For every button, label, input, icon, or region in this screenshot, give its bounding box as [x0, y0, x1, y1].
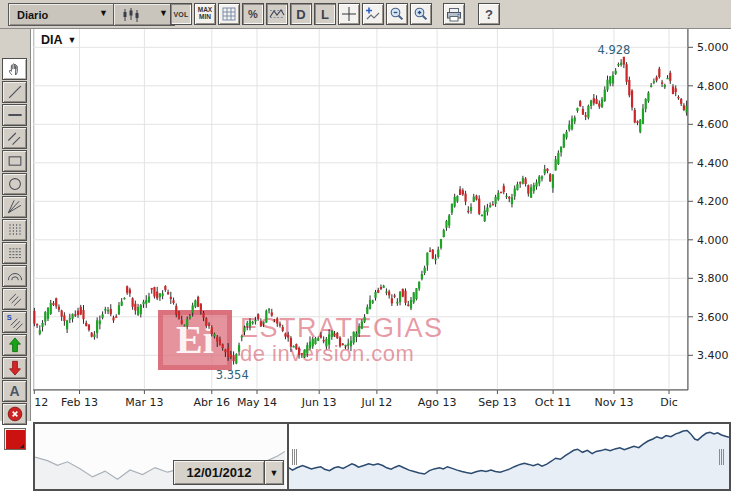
main-chart-panel[interactable]: 5.0004.8004.6004.4004.2004.0003.8003.600… — [30, 28, 731, 422]
vol-label: VOL — [174, 11, 189, 18]
zoom-in-icon — [413, 6, 429, 22]
ellipse-tool[interactable] — [2, 173, 27, 195]
d-label: D — [296, 7, 305, 22]
log-scale-button[interactable]: L — [314, 3, 336, 25]
svg-text:Jul 12: Jul 12 — [361, 396, 393, 408]
svg-text:Nov 13: Nov 13 — [595, 396, 634, 408]
maxmin-toggle-button[interactable]: MAX MIN — [194, 3, 216, 25]
swatch-dropdown-arrow-icon — [20, 444, 24, 448]
l-label: L — [321, 7, 329, 22]
delete-drawing-tool[interactable] — [2, 403, 27, 425]
svg-text:5.000: 5.000 — [697, 41, 729, 54]
arcs-tool[interactable] — [2, 265, 27, 287]
arrow-up-tool[interactable] — [2, 334, 27, 356]
vertical-zones-tool[interactable] — [2, 219, 27, 241]
printer-icon — [446, 7, 462, 22]
period-dropdown-value: Diario — [17, 9, 48, 21]
zoom-out-button[interactable] — [386, 3, 408, 25]
circle-icon — [5, 174, 25, 194]
red-down-arrow-icon — [5, 358, 25, 378]
svg-text:Abr 16: Abr 16 — [194, 396, 231, 408]
start-date-value: 12/01/2012 — [186, 465, 251, 480]
svg-text:3.800: 3.800 — [697, 272, 729, 285]
text-icon: A — [9, 383, 19, 399]
candlestick-icon — [120, 7, 144, 23]
diagonal-hatch-icon — [5, 289, 25, 309]
help-button[interactable]: ? — [478, 3, 500, 25]
s-diagonal-hatch-icon: S — [5, 312, 25, 332]
s-speed-lines-tool[interactable]: S — [2, 311, 27, 333]
navigator-selected-range-panel[interactable] — [287, 422, 731, 491]
charting-application: Diario ▼ ▼ VOL MAX MIN — [0, 0, 731, 494]
svg-text:Ago 13: Ago 13 — [418, 396, 457, 408]
text-tool[interactable]: A — [2, 380, 27, 402]
vertical-dashed-grid-icon — [5, 220, 25, 240]
day-mode-button[interactable]: D — [290, 3, 312, 25]
svg-text:Oct 11: Oct 11 — [535, 396, 572, 408]
horizontal-line-tool[interactable] — [2, 104, 27, 126]
period-dropdown[interactable]: Diario ▼ — [8, 3, 115, 26]
volume-toggle-button[interactable]: VOL — [170, 3, 192, 25]
range-left-drag-handle[interactable] — [290, 443, 299, 470]
compare-series-icon — [365, 6, 381, 22]
trend-line-tool[interactable] — [2, 81, 27, 103]
fan-lines-tool[interactable] — [2, 196, 27, 218]
crosshair-icon — [341, 6, 357, 22]
arcs-icon — [5, 266, 25, 286]
speed-lines-tool[interactable] — [2, 288, 27, 310]
symbol-name: DIA — [41, 33, 63, 47]
grid-toggle-button[interactable] — [218, 3, 240, 25]
color-swatch[interactable] — [4, 428, 26, 450]
navigator-history-panel[interactable]: 12/01/2012 ▼ — [33, 422, 287, 491]
svg-text:Mar 13: Mar 13 — [125, 396, 163, 408]
hand-pan-tool[interactable] — [2, 58, 27, 80]
percent-scale-button[interactable]: % — [242, 3, 264, 25]
svg-text:3.600: 3.600 — [697, 311, 729, 324]
rectangle-tool[interactable] — [2, 150, 27, 172]
zoom-out-icon — [389, 6, 405, 22]
horizontal-line-icon — [5, 105, 25, 125]
crosshair-button[interactable] — [338, 3, 360, 25]
top-toolbar: Diario ▼ ▼ VOL MAX MIN — [0, 0, 731, 29]
chevron-down-icon: ▼ — [270, 468, 279, 478]
min-label: MIN — [199, 14, 211, 21]
arrow-down-tool[interactable] — [2, 357, 27, 379]
chevron-down-icon: ▼ — [159, 8, 168, 18]
rectangle-icon — [5, 151, 25, 171]
start-date-button[interactable]: 12/01/2012 — [173, 460, 265, 485]
svg-text:3.400: 3.400 — [697, 349, 729, 362]
parallel-lines-icon — [5, 128, 25, 148]
fan-lines-icon — [5, 197, 25, 217]
compare-series-button[interactable] — [362, 3, 384, 25]
help-label: ? — [485, 7, 493, 22]
svg-text:Jun 13: Jun 13 — [301, 396, 337, 408]
start-date-dropdown-button[interactable]: ▼ — [264, 460, 284, 485]
print-button[interactable] — [443, 3, 465, 25]
retracement-levels-tool[interactable] — [2, 242, 27, 264]
minmax-band-button[interactable] — [266, 3, 288, 25]
svg-text:4.000: 4.000 — [697, 234, 729, 247]
delete-cross-icon — [5, 404, 25, 424]
hand-icon — [5, 59, 25, 79]
svg-text:4.200: 4.200 — [697, 195, 729, 208]
symbol-selector[interactable]: DIA ▼ — [41, 33, 76, 47]
minmax-band-icon — [269, 7, 285, 21]
green-up-arrow-icon — [5, 335, 25, 355]
range-right-drag-handle[interactable] — [717, 443, 726, 470]
parallel-lines-tool[interactable] — [2, 127, 27, 149]
svg-text:Feb 13: Feb 13 — [61, 396, 98, 408]
percent-label: % — [248, 8, 258, 20]
chart-type-dropdown[interactable]: ▼ — [113, 3, 175, 26]
grid-icon — [222, 7, 236, 21]
chevron-down-icon: ▼ — [99, 8, 108, 18]
svg-text:Sep 13: Sep 13 — [478, 396, 516, 408]
svg-text:12: 12 — [34, 396, 48, 408]
svg-text:Dic: Dic — [660, 396, 678, 408]
svg-text:4.400: 4.400 — [697, 157, 729, 170]
s-tool-letter: S — [6, 313, 11, 322]
zoom-in-button[interactable] — [410, 3, 432, 25]
diagonal-line-icon — [5, 82, 25, 102]
svg-text:4.800: 4.800 — [697, 80, 729, 93]
chevron-down-icon: ▼ — [68, 35, 77, 45]
drawing-tools-sidebar: S A — [0, 28, 31, 421]
